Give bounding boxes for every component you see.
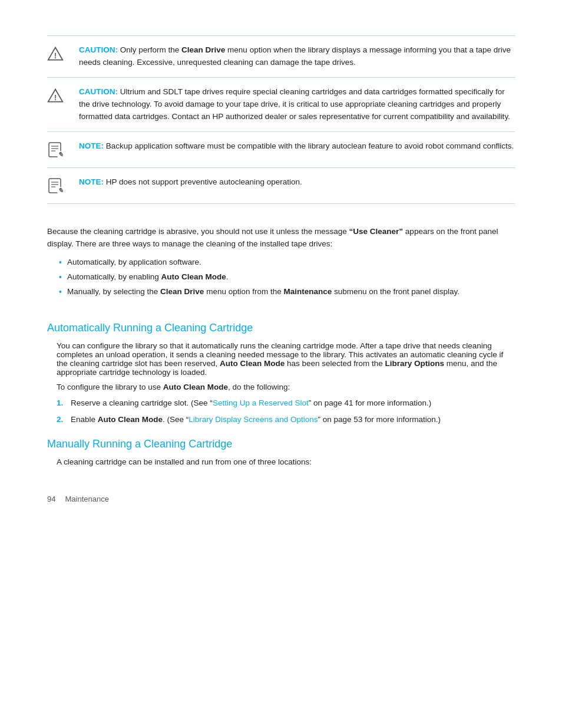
note-text-body-2: HP does not support preventive autoclean…	[104, 177, 302, 186]
page-footer: 94 Maintenance	[47, 490, 515, 503]
section2-intro-para: A cleaning cartridge can be installed an…	[57, 457, 515, 466]
caution-icon-2: !	[47, 86, 73, 104]
section1-intro-para: You can configure the library so that it…	[57, 341, 515, 377]
caution-text-body-2: Ultrium and SDLT tape drives require spe…	[79, 87, 510, 121]
section2-body: A cleaning cartridge can be installed an…	[47, 457, 515, 466]
clean-drive-bold-2: Clean Drive	[160, 287, 204, 296]
svg-text:!: !	[54, 94, 57, 102]
caution-clean-drive-1: Clean Drive	[181, 45, 225, 54]
svg-text:!: !	[54, 52, 57, 60]
maintenance-bold: Maintenance	[283, 287, 332, 296]
link-reserved-slot[interactable]: Setting Up a Reserved Slot	[213, 398, 309, 407]
caution-icon-1: !	[47, 44, 73, 62]
caution-text-1: CAUTION: Only perform the Clean Drive me…	[79, 44, 515, 69]
note-text-1: NOTE: Backup application software must b…	[79, 140, 515, 153]
step-1: Reserve a cleaning cartridge slot. (See …	[57, 397, 515, 410]
page-number: 94	[47, 495, 55, 503]
link-library-display[interactable]: Library Display Screens and Options	[189, 415, 318, 424]
auto-clean-mode-bold-3: Auto Clean Mode	[163, 383, 228, 391]
note-block-2: ✎ NOTE: HP does not support preventive a…	[47, 168, 515, 204]
auto-clean-mode-bold-2: Auto Clean Mode	[220, 359, 285, 368]
note-label-1: NOTE:	[79, 141, 104, 150]
section1-configure-intro: To configure the library to use Auto Cle…	[57, 383, 515, 391]
list-item-1: Automatically, by application software.	[59, 256, 515, 269]
caution-label-2: CAUTION:	[79, 87, 118, 96]
auto-clean-mode-bold-1: Auto Clean Mode	[161, 272, 226, 281]
auto-clean-mode-bold-4: Auto Clean Mode	[98, 415, 163, 424]
note-icon-1: ✎	[47, 140, 73, 159]
caution-label-1: CAUTION:	[79, 45, 118, 54]
section2-heading: Manually Running a Cleaning Cartridge	[47, 438, 515, 450]
caution-text-2: CAUTION: Ultrium and SDLT tape drives re…	[79, 86, 515, 123]
svg-text:✎: ✎	[58, 187, 63, 194]
list-item-3: Manually, by selecting the Clean Drive m…	[59, 286, 515, 298]
svg-text:✎: ✎	[58, 151, 63, 158]
note-text-2: NOTE: HP does not support preventive aut…	[79, 176, 515, 189]
note-block-1: ✎ NOTE: Backup application software must…	[47, 132, 515, 168]
page-container: ! CAUTION: Only perform the Clean Drive …	[0, 0, 562, 539]
cleaning-methods-list: Automatically, by application software. …	[59, 256, 515, 298]
section1-body: You can configure the library so that it…	[47, 341, 515, 427]
steps-list: Reserve a cleaning cartridge slot. (See …	[57, 397, 515, 427]
section1-heading: Automatically Running a Cleaning Cartrid…	[47, 322, 515, 334]
caution-text-body-1a: Only perform the	[120, 45, 181, 54]
footer-label: Maintenance	[65, 495, 108, 503]
note-label-2: NOTE:	[79, 177, 104, 186]
note-icon-2: ✎	[47, 176, 73, 195]
library-options-bold: Library Options	[385, 359, 445, 368]
list-item-2: Automatically, by enabling Auto Clean Mo…	[59, 271, 515, 284]
caution-block-2: ! CAUTION: Ultrium and SDLT tape drives …	[47, 78, 515, 132]
use-cleaner-bold: “Use Cleaner”	[349, 227, 404, 236]
note-text-body-1: Backup application software must be comp…	[104, 141, 514, 150]
caution-block-1: ! CAUTION: Only perform the Clean Drive …	[47, 35, 515, 78]
body-intro-paragraph: Because the cleaning cartridge is abrasi…	[47, 215, 515, 310]
intro-text: Because the cleaning cartridge is abrasi…	[47, 225, 515, 251]
step-2: Enable Auto Clean Mode. (See “Library Di…	[57, 414, 515, 426]
